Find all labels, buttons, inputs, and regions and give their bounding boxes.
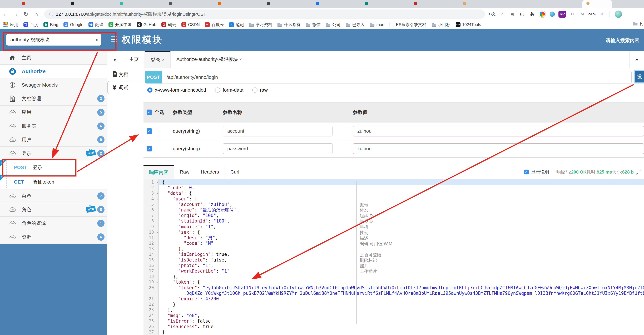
sidebar-item-swagger-models[interactable]: Swagger Models: [0, 78, 107, 92]
sidebar-item-user[interactable]: API用户9: [0, 133, 107, 147]
json-braces-extension-icon[interactable]: {…}: [518, 11, 526, 18]
sidebar-item-resource[interactable]: API资源6: [0, 230, 107, 244]
bookmark-应用[interactable]: 应用: [4, 22, 18, 28]
bookmark-star-icon[interactable]: ☆: [498, 11, 506, 18]
response-tab-Headers[interactable]: Headers: [195, 165, 225, 179]
bookmark-笔记[interactable]: ✎笔记: [229, 22, 244, 28]
bookmark-GitHub[interactable]: GGitHub: [137, 22, 156, 27]
home-icon[interactable]: ⌂: [31, 11, 42, 18]
bookmark-CSDN[interactable]: CCSDN: [182, 22, 200, 27]
sidebar-item-service-table[interactable]: API服务表6: [0, 119, 107, 133]
sidebar-item-role[interactable]: API角色NEW8: [0, 203, 107, 217]
bookmark-百度云[interactable]: ∞百度云: [205, 22, 224, 28]
bookmark-开源中国[interactable]: C开源中国: [108, 22, 132, 28]
sidebar-item-home[interactable]: 主页: [0, 51, 107, 65]
asterisk-extension-icon[interactable]: ✳: [598, 11, 606, 18]
fold-arrow-icon[interactable]: ▾: [156, 180, 158, 185]
globe-extension-icon[interactable]: [548, 11, 556, 18]
close-tab-icon[interactable]: ×: [162, 58, 164, 62]
sidebar-endpoint-verify-token-get[interactable]: NEWGET验证token: [0, 175, 107, 190]
bookmark-翻译[interactable]: 译翻译: [88, 22, 103, 28]
bookmark-已导入[interactable]: 已导入: [346, 22, 364, 28]
sidebar-item-role-resource[interactable]: API角色的资源1: [0, 217, 107, 230]
content-tab-Authorize-authority-权限模块[interactable]: Authorize-authority-权限模块×: [170, 51, 248, 68]
expand-icon[interactable]: ↗↙: [636, 170, 641, 174]
param-value-input[interactable]: zuihou: [353, 143, 644, 154]
bookmark-百度[interactable]: 百百度: [24, 22, 38, 28]
radio-form-data[interactable]: form-data: [215, 87, 243, 93]
gitzip-extension-icon[interactable]: Git Zip: [588, 11, 596, 18]
bookmark-Google[interactable]: GGoogle: [64, 22, 83, 27]
radio-dot-icon: [252, 88, 258, 93]
translate-icon[interactable]: G文: [488, 11, 496, 18]
sidebar-item-menu[interactable]: API菜单7: [0, 190, 107, 203]
select-all-checkbox[interactable]: ✓: [146, 110, 152, 115]
response-tab-Curl[interactable]: Curl: [225, 165, 245, 179]
en-translate-extension-icon[interactable]: 英: [528, 11, 536, 18]
fold-arrow-icon[interactable]: ▾: [156, 196, 158, 202]
reload-icon[interactable]: ↻: [21, 11, 31, 18]
bookmark-码云[interactable]: G码云: [162, 22, 176, 28]
module-select[interactable]: authority-权限模块 ▲▼: [6, 34, 102, 46]
content-tab-主页[interactable]: 主页: [123, 51, 144, 68]
sidebar-endpoint-login-post[interactable]: NEWPOST登录: [0, 160, 107, 175]
bookmark-favicon-icon: 百: [24, 22, 28, 27]
sidebar-item-login[interactable]: API登录NEW2: [0, 147, 107, 160]
param-name-input[interactable]: password: [223, 143, 332, 154]
debug-nav-item-active[interactable]: 调试: [107, 81, 144, 94]
svg-text:API: API: [11, 126, 14, 127]
browser-tab-strip[interactable]: [0, 0, 644, 8]
json-line: 5 "account": "zuihou",: [144, 202, 644, 207]
fold-arrow-icon[interactable]: ▾: [156, 191, 158, 196]
response-tab-响应内容[interactable]: 响应内容: [144, 165, 174, 179]
show-desc-checkbox[interactable]: ✓: [524, 170, 529, 174]
field-description: 照片: [360, 263, 368, 269]
param-checkbox[interactable]: ✓: [146, 146, 152, 152]
profile-avatar[interactable]: [615, 10, 622, 18]
fold-arrow-icon[interactable]: ▾: [156, 280, 158, 285]
header-search-input[interactable]: 请输入搜索内容: [606, 37, 640, 44]
sidebar-item-authorize[interactable]: Authorize: [0, 65, 107, 78]
bookmark-1024Tools[interactable]: 10241024Tools: [456, 22, 481, 27]
radio-raw[interactable]: raw: [252, 87, 268, 93]
send-request-button[interactable]: 发: [634, 70, 644, 84]
endpoint-path-input[interactable]: /api/authority/anno/login: [162, 71, 632, 84]
sidebar-item-application[interactable]: API应用5: [0, 106, 107, 119]
bookmark-什么都有[interactable]: 什么都有: [277, 22, 300, 28]
bookmark-公司[interactable]: 公司: [326, 22, 340, 28]
collapse-sidebar-icon[interactable]: «: [107, 51, 123, 68]
qr-extension-icon[interactable]: ▣: [508, 11, 516, 18]
content-tab-登录[interactable]: 登录×: [144, 51, 170, 68]
bookmark-微信[interactable]: 微信: [306, 22, 320, 28]
bookmark-Bing[interactable]: bBing: [44, 22, 58, 27]
sidebar-item-doc-manage[interactable]: 文档管理3: [0, 92, 107, 106]
close-tab-icon[interactable]: ×: [240, 57, 242, 62]
doc-nav-item[interactable]: 文档: [107, 70, 143, 79]
bookmark-overflow[interactable]: 其: [633, 22, 643, 27]
chrome-extension-icon[interactable]: [538, 11, 546, 18]
tab-favicon-icon: [586, 2, 590, 5]
param-value-input[interactable]: zuihou: [353, 126, 644, 136]
page-info-icon[interactable]: ⓘ: [49, 12, 53, 17]
param-name-input[interactable]: account: [223, 126, 332, 136]
response-tab-Raw[interactable]: Raw: [174, 165, 195, 179]
bookmark-学习资料[interactable]: 学习资料: [249, 22, 272, 28]
tab-overflow-icon[interactable]: »: [629, 51, 644, 68]
json-line: 14 "isCanLogin": true,: [144, 252, 644, 257]
bookmark-小目标[interactable]: 小目标: [432, 22, 450, 28]
forward-icon[interactable]: →: [10, 11, 21, 18]
bookmark-mac[interactable]: mac: [370, 22, 384, 27]
m-extension-icon[interactable]: M: [578, 11, 586, 18]
back-icon[interactable]: ←: [0, 11, 10, 18]
address-bar[interactable]: ⓘ 127.0.0.1:8760/api/gate/doc.html#/auth…: [44, 10, 485, 19]
apps-grid-icon: [4, 22, 8, 27]
radio-x-www-form-urlencoded[interactable]: x-www-form-urlencoded: [147, 87, 206, 93]
axure-rp-extension-icon[interactable]: RP: [558, 11, 566, 18]
hamburger-menu-icon[interactable]: ☰: [110, 35, 118, 44]
field-description: 手机: [360, 224, 368, 230]
bookmark-ES搜索引擎文档[interactable]: ES搜索引擎文档: [390, 22, 426, 28]
fold-arrow-icon[interactable]: ▾: [156, 230, 158, 235]
param-checkbox[interactable]: ✓: [146, 128, 152, 134]
json-code: }: [159, 302, 644, 307]
circle-extension-icon[interactable]: O: [568, 11, 576, 18]
